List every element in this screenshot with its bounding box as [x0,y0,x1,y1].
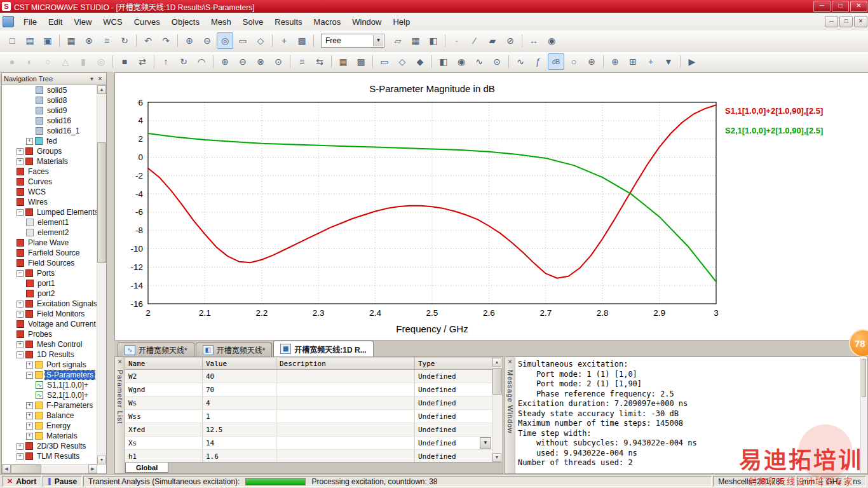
expand-icon[interactable]: + [26,138,33,145]
perspective-view-icon[interactable]: ◇ [252,32,269,49]
tree-item-lumped-elements[interactable]: –Lumped Elements [2,207,97,217]
chevron-down-icon[interactable] [373,35,383,46]
menu-help[interactable]: Help [387,15,416,29]
info-icon[interactable]: ◉ [543,32,560,49]
child-minimize-button[interactable]: ─ [825,16,838,27]
rotate-tool-icon[interactable]: ↻ [175,53,192,70]
tree-item-element2[interactable]: element2 [2,227,97,238]
farfield-monitor-icon[interactable]: ◉ [453,53,470,70]
param-value-cell[interactable]: 70 [203,383,276,396]
scroll-up-icon[interactable] [97,85,106,94]
tree-item-groups[interactable]: +Groups [2,146,97,156]
tree-item-materials[interactable]: +Materials [2,156,97,166]
expand-icon[interactable]: + [26,362,33,369]
mdi-child-icon[interactable] [3,16,14,27]
param-value-cell[interactable]: 1.6 [203,450,276,462]
torus-tool-icon[interactable]: ◎ [93,53,109,70]
scroll-left-icon[interactable] [2,464,11,473]
tree-item-port-signals[interactable]: +Port signals [2,360,97,370]
tree-item-port1[interactable]: port1 [2,278,97,288]
cylinder-tool-icon[interactable]: ▮ [75,53,92,70]
close-button[interactable]: ✕ [850,1,867,12]
menu-wcs[interactable]: WCS [97,15,128,29]
expand-icon[interactable]: + [26,412,33,419]
tab-global[interactable]: Global [125,463,168,473]
tree-item-solid9[interactable]: solid9 [2,105,97,116]
nav-horizontal-scrollbar[interactable] [2,464,97,473]
param-row-Xfed[interactable]: Xfed12.5Undefined [125,423,492,437]
mirror-icon[interactable]: ⇆ [311,53,328,70]
pin-icon[interactable]: ▾ [88,75,96,83]
collapse-icon[interactable]: – [17,209,24,216]
tree-item-mesh-control[interactable]: +Mesh Control [2,339,97,349]
param-row-Xs[interactable]: Xs14Undefined▼ [125,437,492,450]
scroll-thumb[interactable] [11,464,41,473]
param-row-Wss[interactable]: Wss1Undefined [125,410,492,423]
menu-solve[interactable]: Solve [237,15,269,29]
extrude-icon[interactable]: ↑ [158,53,174,70]
scroll-down-icon[interactable] [97,456,106,464]
sphere-tool-icon[interactable]: ○ [39,53,56,70]
db-scale-icon[interactable]: dB [548,53,564,70]
abort-button[interactable]: ✕ Abort [2,476,41,487]
pick-point-icon[interactable]: ∙ [449,32,465,49]
zoom-plot-icon[interactable]: ⊕ [607,53,623,70]
expand-icon[interactable]: + [26,433,33,440]
voltage-monitor-icon[interactable]: ∿ [471,53,487,70]
mesh-view-icon[interactable]: ▦ [335,53,351,70]
tree-item-energy[interactable]: +Energy [2,421,97,431]
doc-tab-3[interactable]: ▦开槽宽频天线:1D R... [273,341,373,356]
scroll-up-icon[interactable] [492,358,501,367]
brick-tool-icon[interactable]: ■ [116,53,133,70]
clear-picks-icon[interactable]: ⊘ [502,32,519,49]
param-value-cell[interactable]: 4 [203,396,276,409]
tree-item-probes[interactable]: Probes [2,329,97,339]
menu-objects[interactable]: Objects [166,15,205,29]
tree-item-field-sources[interactable]: Field Sources [2,258,97,268]
zoom-in-icon[interactable]: ⊕ [181,32,198,49]
store-result-icon[interactable]: ▼ [660,53,677,70]
expand-icon[interactable]: + [17,341,24,348]
measure-icon[interactable]: ↔ [526,32,542,49]
doc-tab-1[interactable]: ∿开槽宽频天线* [118,342,194,356]
tree-item-element1[interactable]: element1 [2,217,97,227]
tree-item-solid5[interactable]: solid5 [2,85,97,95]
cutting-plane-icon[interactable]: ◧ [425,32,442,49]
align-icon[interactable]: ≡ [294,53,310,70]
field-monitor-icon[interactable]: ◧ [435,53,452,70]
param-row-Ws[interactable]: Ws4Undefined [125,396,492,410]
tree-item-field-monitors[interactable]: +Field Monitors [2,309,97,319]
boolean-add-icon[interactable]: ⊕ [217,53,233,70]
parameter-table-scrollbar[interactable] [492,358,502,462]
tree-item-solid8[interactable]: solid8 [2,95,97,105]
boolean-insert-icon[interactable]: ⊙ [270,53,287,70]
unselect-object-icon[interactable]: ◐ [22,53,38,70]
collapse-icon[interactable]: – [17,351,24,358]
child-close-button[interactable]: ✕ [854,16,867,27]
tree-item-faces[interactable]: Faces [2,166,97,177]
curve-marker-icon[interactable]: + [642,53,659,70]
minimize-button[interactable]: ─ [813,1,831,12]
working-plane-icon[interactable]: ▦ [407,32,424,49]
lumped-element-icon[interactable]: ◆ [412,53,428,70]
param-row-W2[interactable]: W240Undefined [125,370,492,383]
expand-icon[interactable]: + [17,148,24,155]
pause-button[interactable]: ∥ Pause [43,476,82,487]
open-icon[interactable]: ▤ [22,32,38,49]
undo-icon[interactable]: ↶ [140,32,156,49]
zoom-out-icon[interactable]: ⊖ [199,32,215,49]
tree-item-solid16[interactable]: solid16 [2,116,97,126]
nav-vertical-scrollbar[interactable] [97,85,106,464]
child-restore-button[interactable]: □ [839,16,853,27]
zoom-window-icon[interactable]: ◎ [217,32,233,49]
select-mode-icon[interactable]: + [276,32,292,49]
menu-results[interactable]: Results [269,15,308,29]
frequency-spectrum-icon[interactable]: ƒ [530,53,546,70]
tree-item-f-parameters[interactable]: +F-Parameters [2,400,97,410]
tree-item-voltage-and-current[interactable]: Voltage and Current [2,319,97,329]
axis-settings-icon[interactable]: ⊞ [625,53,641,70]
tree-item-s-parameters[interactable]: –S-Parameters [2,370,97,380]
select-object-icon[interactable]: ● [4,53,20,70]
mouse-mode-combo[interactable]: Free [321,34,384,48]
time-signal-icon[interactable]: ∿ [512,53,529,70]
